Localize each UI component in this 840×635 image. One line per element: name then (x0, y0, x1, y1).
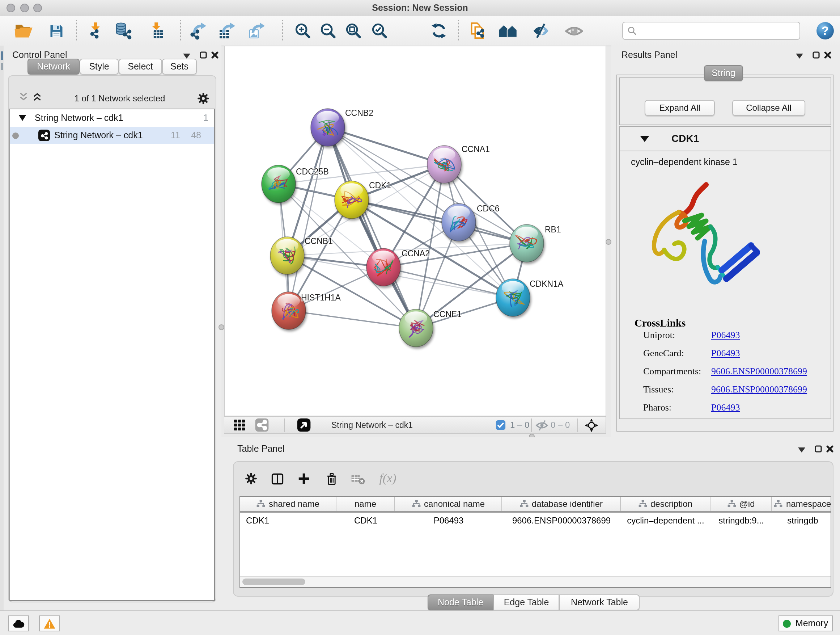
table-row[interactable]: CDK1CDK1P064939606.ENSP00000378699cyclin… (240, 513, 831, 529)
network-node-HIST1H1A[interactable] (272, 292, 306, 329)
column-header-description[interactable]: description (621, 497, 711, 511)
export-table-button[interactable] (216, 19, 239, 42)
duplicate-network-button[interactable] (466, 19, 489, 42)
table-options-button[interactable] (243, 470, 259, 486)
delete-table-button-disabled[interactable] (350, 470, 366, 486)
table-cell[interactable]: P06493 (395, 513, 502, 529)
network-row-selected[interactable]: String Network – cdk1 11 48 (10, 127, 214, 144)
crosslink-link[interactable]: P06493 (711, 402, 740, 413)
open-session-button[interactable] (11, 19, 35, 42)
collapse-all-chevrons[interactable] (18, 92, 29, 105)
network-edge-CDK1-RB1[interactable] (352, 200, 527, 243)
network-node-CCNB2[interactable] (311, 109, 345, 146)
panel-close-button[interactable] (209, 50, 221, 60)
network-edge-CCNB2-HIST1H1A[interactable] (289, 127, 328, 310)
network-collection-row[interactable]: String Network – cdk1 1 (10, 109, 214, 127)
column-header-name[interactable]: name (336, 497, 395, 511)
panel-close-button[interactable] (822, 50, 834, 60)
tab-node-table[interactable]: Node Table (428, 594, 493, 610)
crosslink-link[interactable]: P06493 (711, 348, 740, 358)
export-image-button[interactable] (245, 19, 268, 42)
import-network-from-database-button[interactable] (111, 19, 134, 42)
warnings-button[interactable] (39, 616, 60, 631)
panel-menu-button[interactable] (794, 51, 805, 61)
network-edge-CCNB2-CCNE1[interactable] (328, 127, 416, 328)
network-node-CDK1[interactable] (335, 181, 369, 219)
network-canvas[interactable]: CCNB2 CCNA1 CDC25B CDK1 CDC6 RB1 CCNB1 C… (224, 46, 606, 416)
column-header-database-identifier[interactable]: database identifier (502, 497, 621, 511)
crosslink-link[interactable]: P06493 (711, 329, 740, 340)
network-node-CDC6[interactable] (442, 203, 476, 241)
network-node-RB1[interactable] (510, 225, 544, 262)
save-session-button[interactable] (45, 19, 68, 42)
column-header--id[interactable]: @id (711, 497, 772, 511)
show-network-overview-button[interactable] (496, 19, 519, 42)
tab-network[interactable]: Network (27, 59, 80, 74)
export-network-button[interactable] (187, 19, 210, 42)
horizontal-scrollbar[interactable] (240, 576, 831, 587)
help-button[interactable]: ? (816, 22, 834, 40)
import-network-from-file-button[interactable] (84, 19, 107, 42)
expand-all-button[interactable]: Expand All (645, 100, 715, 116)
network-node-CCNA2[interactable] (366, 249, 401, 286)
selected-checkbox[interactable] (496, 417, 506, 433)
network-node-CCNB1[interactable] (270, 237, 304, 274)
show-graphics-details-button[interactable] (562, 19, 585, 42)
panel-float-button[interactable] (197, 50, 209, 60)
table-cell[interactable]: stringdb (772, 513, 831, 529)
crosslink-link[interactable]: 9606.ENSP00000378699 (711, 366, 807, 377)
import-table-from-file-button[interactable] (145, 19, 169, 42)
right-splitter-handle[interactable] (606, 239, 611, 245)
table-cell[interactable]: cyclin–dependent ... (621, 513, 711, 529)
string-badge-button[interactable] (255, 417, 269, 433)
gene-section-header[interactable]: CDK1 (620, 127, 831, 151)
panel-close-button[interactable] (824, 444, 836, 454)
network-node-CDKN1A[interactable] (496, 279, 530, 317)
zoom-out-button[interactable] (316, 19, 339, 42)
tab-sets[interactable]: Sets (162, 59, 197, 74)
panel-menu-button[interactable] (796, 445, 807, 455)
search-input[interactable] (640, 25, 795, 36)
zoom-selected-button[interactable] (368, 19, 391, 42)
hide-graphics-details-button[interactable] (529, 19, 552, 42)
tab-string[interactable]: String (704, 65, 743, 81)
create-column-button[interactable] (296, 470, 312, 486)
panel-float-button[interactable] (813, 444, 824, 454)
show-columns-button[interactable] (269, 470, 285, 486)
collapse-all-button[interactable]: Collapse All (732, 100, 805, 116)
tab-network-table[interactable]: Network Table (559, 594, 639, 610)
table-cell[interactable]: stringdb:9... (711, 513, 772, 529)
tab-edge-table[interactable]: Edge Table (493, 594, 559, 610)
crosslink-link[interactable]: 9606.ENSP00000378699 (711, 384, 807, 394)
network-edge-HIST1H1A-CCNE1[interactable] (289, 310, 416, 328)
zoom-fit-button[interactable] (341, 19, 365, 42)
delete-column-button[interactable] (324, 470, 339, 486)
search-field[interactable] (622, 22, 800, 40)
network-node-CCNE1[interactable] (399, 309, 433, 347)
memory-button[interactable]: Memory (778, 616, 833, 631)
column-header-canonical-name[interactable]: canonical name (395, 497, 502, 511)
zoom-in-button[interactable] (291, 19, 314, 42)
refresh-view-button[interactable] (427, 19, 450, 42)
table-cell[interactable]: CDK1 (336, 513, 395, 529)
function-builder-button-disabled[interactable]: f(x) (376, 470, 400, 486)
expand-all-chevrons[interactable] (32, 92, 43, 105)
tab-select[interactable]: Select (118, 59, 162, 74)
open-in-window-button[interactable] (297, 417, 311, 433)
network-edge-CCNB2-CCNA1[interactable] (328, 127, 444, 165)
network-node-CCNA1[interactable] (427, 146, 461, 183)
hidden-items-button[interactable] (535, 417, 548, 433)
column-header-namespace[interactable]: namespace (772, 497, 831, 511)
cloud-button[interactable] (8, 616, 29, 631)
column-header-shared-name[interactable]: shared name (240, 497, 336, 511)
table-cell[interactable]: 9606.ENSP00000378699 (502, 513, 621, 529)
network-options-button[interactable] (197, 92, 210, 105)
scrollbar-thumb[interactable] (242, 578, 305, 585)
birdseye-toggle-button[interactable] (233, 417, 246, 433)
left-splitter-handle[interactable] (218, 325, 224, 330)
panel-float-button[interactable] (810, 50, 822, 60)
network-node-CDC25B[interactable] (262, 165, 295, 203)
table-cell[interactable]: CDK1 (240, 513, 336, 529)
fit-selected-button[interactable] (584, 417, 598, 433)
tab-style[interactable]: Style (80, 59, 118, 74)
